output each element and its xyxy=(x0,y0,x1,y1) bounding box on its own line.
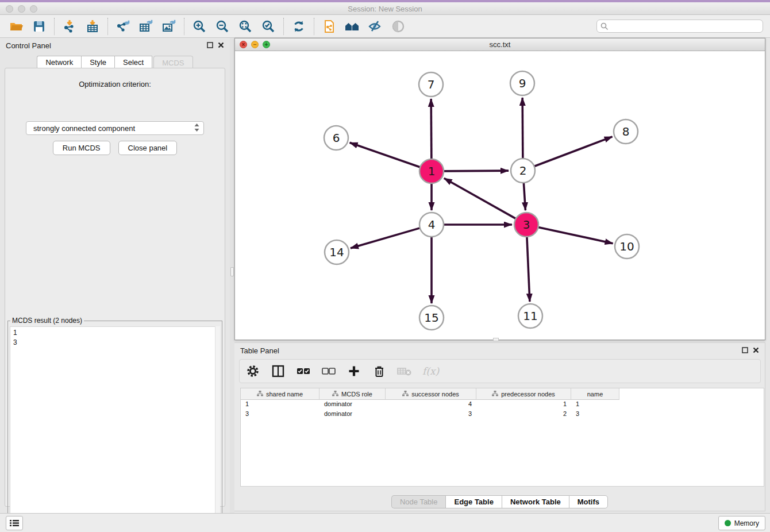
cell-shared_name[interactable]: 1 xyxy=(241,400,319,410)
cell-predecessor_nodes[interactable]: 2 xyxy=(476,410,571,419)
tab-motifs[interactable]: Motifs xyxy=(569,495,608,508)
close-panel-icon[interactable] xyxy=(218,40,224,51)
column-header-mcds-role[interactable]: MCDS role xyxy=(319,388,386,400)
sort-hierarchy-icon xyxy=(332,391,338,398)
memory-button[interactable]: Memory xyxy=(718,516,765,530)
sort-hierarchy-icon xyxy=(492,391,498,398)
table-row[interactable]: 3dominator323 xyxy=(241,410,764,419)
result-scrollbar[interactable] xyxy=(215,326,220,530)
task-history-button[interactable] xyxy=(6,516,23,530)
status-bar: Memory xyxy=(0,513,770,532)
float-panel-icon[interactable] xyxy=(742,345,748,356)
select-all-icon[interactable] xyxy=(296,364,311,379)
tab-edge-table[interactable]: Edge Table xyxy=(445,495,501,508)
network-graph[interactable]: 7968124314101511 xyxy=(235,51,765,340)
table-row[interactable]: 1dominator411 xyxy=(241,400,764,410)
cell-successor_nodes[interactable]: 3 xyxy=(386,410,476,419)
close-panel-icon[interactable] xyxy=(753,345,759,356)
import-table-icon[interactable] xyxy=(81,17,104,36)
column-header-successor-nodes[interactable]: successor nodes xyxy=(386,388,476,400)
cell-successor_nodes[interactable]: 4 xyxy=(386,400,476,410)
column-header-name[interactable]: name xyxy=(571,388,619,400)
network-view-title: scc.txt xyxy=(235,40,765,49)
import-network-icon[interactable] xyxy=(58,17,81,36)
add-column-icon[interactable] xyxy=(346,364,361,379)
network-view-window[interactable]: × – + scc.txt 7968124314101511 xyxy=(234,38,765,340)
mcds-result-text[interactable]: 1 3 xyxy=(10,326,220,530)
tab-network[interactable]: Network xyxy=(37,56,81,69)
zoom-in-icon[interactable] xyxy=(188,17,211,36)
clone-network-view-icon[interactable] xyxy=(318,17,341,36)
node-1[interactable]: 1 xyxy=(419,159,444,183)
network-window-titlebar[interactable]: × – + scc.txt xyxy=(235,38,765,51)
node-2[interactable]: 2 xyxy=(511,159,535,183)
splitter-grip[interactable] xyxy=(230,267,234,276)
tab-mcds[interactable]: MCDS xyxy=(153,56,192,69)
edge-1-2[interactable] xyxy=(444,171,509,171)
edge-1-6[interactable] xyxy=(350,142,421,167)
cell-shared_name[interactable]: 3 xyxy=(241,410,319,419)
save-session-icon[interactable] xyxy=(28,17,51,36)
edge-2-3[interactable] xyxy=(523,183,525,210)
node-11[interactable]: 11 xyxy=(518,304,542,328)
edge-3-10[interactable] xyxy=(538,227,613,243)
memory-label: Memory xyxy=(734,519,759,527)
run-mcds-button[interactable]: Run MCDS xyxy=(53,141,110,155)
node-3[interactable]: 3 xyxy=(514,213,538,237)
toolbar-separator xyxy=(314,18,314,35)
edge-4-14[interactable] xyxy=(351,228,420,248)
cell-mcds_role[interactable]: dominator xyxy=(319,410,386,419)
node-7[interactable]: 7 xyxy=(419,72,443,97)
tab-select[interactable]: Select xyxy=(114,56,152,69)
control-panel: Control Panel NetworkStyleSelectMCDS Opt… xyxy=(0,38,230,513)
export-table-icon[interactable] xyxy=(134,17,157,36)
column-header-predecessor-nodes[interactable]: predecessor nodes xyxy=(476,388,571,400)
panel-splitter-vertical[interactable] xyxy=(230,38,234,513)
column-header-shared-name[interactable]: shared name xyxy=(241,388,319,400)
edge-3-1[interactable] xyxy=(444,178,516,218)
close-panel-button[interactable]: Close panel xyxy=(118,141,178,155)
show-graphics-details-icon[interactable] xyxy=(387,17,410,36)
float-panel-icon[interactable] xyxy=(207,40,213,51)
svg-text:7: 7 xyxy=(428,78,435,91)
table-settings-gear-icon[interactable] xyxy=(245,364,260,379)
node-14[interactable]: 14 xyxy=(325,240,349,264)
edge-2-9[interactable] xyxy=(522,98,523,159)
node-15[interactable]: 15 xyxy=(419,306,444,330)
node-6[interactable]: 6 xyxy=(324,126,348,150)
export-network-icon[interactable] xyxy=(111,17,134,36)
splitter-grip-horizontal[interactable] xyxy=(493,338,499,341)
node-4[interactable]: 4 xyxy=(419,213,444,237)
cell-mcds_role[interactable]: dominator xyxy=(319,400,386,410)
tab-network-table[interactable]: Network Table xyxy=(502,495,569,508)
function-builder-icon: f(x) xyxy=(422,365,439,377)
hide-graphics-details-icon[interactable] xyxy=(364,17,387,36)
cell-name[interactable]: 1 xyxy=(571,400,619,410)
cell-predecessor_nodes[interactable]: 1 xyxy=(476,400,571,410)
main-titlebar[interactable]: Session: New Session xyxy=(0,2,770,15)
edge-2-8[interactable] xyxy=(534,137,613,167)
zoom-fit-icon[interactable] xyxy=(234,17,257,36)
node-9[interactable]: 9 xyxy=(510,71,534,95)
sort-hierarchy-icon xyxy=(402,391,409,398)
network-canvas[interactable]: 7968124314101511 xyxy=(235,51,765,340)
refresh-icon[interactable] xyxy=(287,17,310,36)
node-table[interactable]: shared nameMCDS rolesuccessor nodesprede… xyxy=(240,388,764,487)
tab-style[interactable]: Style xyxy=(81,56,114,69)
edge-3-11[interactable] xyxy=(527,237,530,302)
optimization-criterion-dropdown[interactable]: strongly connected component xyxy=(26,121,204,135)
node-10[interactable]: 10 xyxy=(615,234,639,259)
edge-1-7[interactable] xyxy=(431,99,432,159)
zoom-selected-icon[interactable] xyxy=(257,17,280,36)
delete-column-icon[interactable] xyxy=(372,364,387,379)
deselect-all-icon[interactable] xyxy=(321,364,336,379)
node-8[interactable]: 8 xyxy=(614,119,638,144)
search-input[interactable] xyxy=(596,20,763,33)
open-session-icon[interactable] xyxy=(5,17,28,36)
tab-node-table[interactable]: Node Table xyxy=(391,495,446,508)
zoom-out-icon[interactable] xyxy=(211,17,234,36)
export-image-icon[interactable] xyxy=(157,17,180,36)
show-columns-icon[interactable] xyxy=(271,364,286,379)
birdseye-view-icon[interactable] xyxy=(341,17,364,36)
cell-name[interactable]: 3 xyxy=(571,410,619,419)
